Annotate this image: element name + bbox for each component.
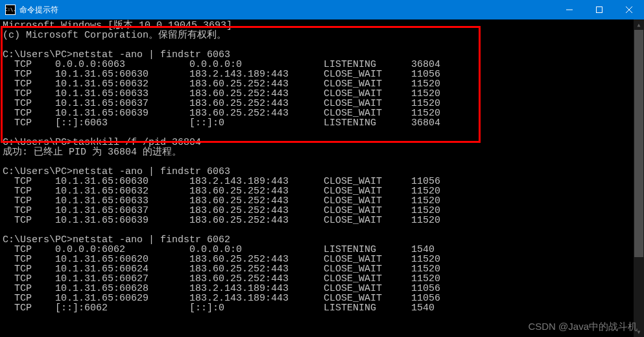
- minimize-button[interactable]: [555, 0, 584, 19]
- window-controls: [555, 0, 644, 19]
- scroll-up-button[interactable]: ▲: [634, 19, 644, 30]
- maximize-button[interactable]: [584, 0, 614, 19]
- titlebar[interactable]: C:\. 命令提示符: [0, 0, 644, 19]
- terminal-output[interactable]: Microsoft Windows [版本 10.0.19045.3693] (…: [0, 19, 644, 337]
- svg-rect-1: [597, 7, 602, 13]
- close-button[interactable]: [614, 0, 644, 19]
- window-title: 命令提示符: [19, 5, 555, 16]
- scrollbar-thumb[interactable]: [634, 30, 643, 257]
- scrollbar[interactable]: ▲ ▼: [634, 19, 644, 337]
- scroll-down-button[interactable]: ▼: [634, 327, 644, 337]
- cmd-icon: C:\.: [5, 5, 16, 15]
